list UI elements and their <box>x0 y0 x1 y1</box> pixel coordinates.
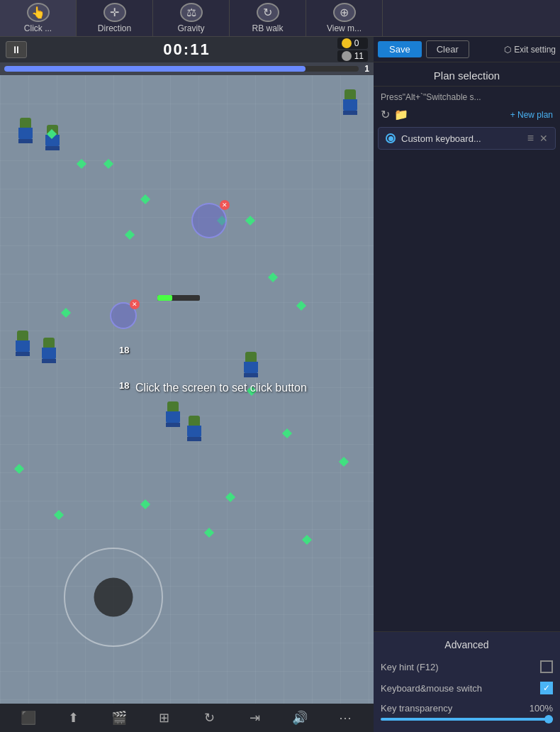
gem <box>225 492 235 502</box>
view-more-label: View m... <box>327 23 362 33</box>
ctrl-stop[interactable]: ⬛ <box>17 706 40 729</box>
fire-btn-1-close[interactable]: ✕ <box>220 200 230 210</box>
key-hint-checkbox[interactable] <box>540 660 553 673</box>
rb-walk-label: RB walk <box>252 23 283 33</box>
transparency-slider-thumb[interactable] <box>544 715 553 723</box>
ctrl-rotate[interactable]: ↻ <box>198 706 220 729</box>
right-panel: Save Clear ⬡ Exit setting Plan selection… <box>374 37 560 732</box>
battle-score-2: 18 <box>119 380 129 391</box>
advanced-title: Advanced <box>381 639 553 656</box>
gem <box>140 194 150 204</box>
toolbar-click[interactable]: 👆 Click ... <box>0 0 77 36</box>
gem <box>140 499 150 509</box>
key-hint-label: Key hint (F12) <box>381 662 439 672</box>
joystick-base[interactable] <box>64 548 163 647</box>
game-timer: 00:11 <box>163 40 210 59</box>
top-toolbar: 👆 Click ... ✛ Direction ⚖ Gravity ↻ RB w… <box>0 0 560 37</box>
transparency-label: Key transparency <box>381 703 452 714</box>
plan-radio[interactable] <box>386 133 396 143</box>
transparency-slider-track[interactable] <box>381 718 553 721</box>
ctrl-volume[interactable]: 🔊 <box>289 706 311 729</box>
game-hud: ⏸ 00:11 0 11 <box>0 37 374 62</box>
gem <box>204 528 214 538</box>
gray-icon <box>342 51 352 61</box>
score-gray: 11 <box>354 51 364 61</box>
gem <box>125 230 135 240</box>
gem <box>14 464 24 474</box>
view-more-icon: ⊕ <box>333 3 356 22</box>
save-button[interactable]: Save <box>378 41 422 57</box>
toolbar-rb-walk[interactable]: ↻ RB walk <box>230 0 306 36</box>
gem <box>245 216 255 226</box>
zombie <box>241 352 261 377</box>
progress-num: 1 <box>364 64 369 74</box>
progress-bar-area: 1 <box>0 62 374 75</box>
zombie <box>340 89 360 115</box>
folder-icon[interactable]: 📁 <box>394 108 408 121</box>
progress-fill <box>4 66 306 72</box>
toolbar-direction[interactable]: ✛ Direction <box>77 0 153 36</box>
zombie <box>16 118 35 143</box>
fire-btn-2-close[interactable]: ✕ <box>130 299 140 309</box>
fire-button-2[interactable]: ✕ <box>110 302 137 329</box>
fire-button-1[interactable]: ✕ <box>191 203 227 238</box>
refresh-icon[interactable]: ↻ <box>381 108 390 121</box>
advanced-section: Advanced Key hint (F12) Keyboard&mouse s… <box>374 631 560 732</box>
zombie <box>184 416 204 441</box>
gravity-icon: ⚖ <box>180 3 203 22</box>
battle-score-1: 18 <box>119 345 129 355</box>
kb-mouse-row: Keyboard&mouse switch ✓ <box>381 677 553 699</box>
plan-name: Custom keyboard... <box>401 133 522 144</box>
zombie <box>163 401 183 427</box>
plan-menu-icon[interactable]: ≡ <box>527 132 534 145</box>
toolbar-gravity[interactable]: ⚖ Gravity <box>153 0 230 36</box>
transparency-row: Key transparency 100% <box>381 699 553 725</box>
click-icon: 👆 <box>27 3 50 22</box>
ctrl-grid[interactable]: ⊞ <box>153 706 176 729</box>
ctrl-tab[interactable]: ⇥ <box>243 706 266 729</box>
gravity-label: Gravity <box>177 23 204 33</box>
action-row: Save Clear ⬡ Exit setting <box>374 37 560 62</box>
joystick-thumb <box>94 578 133 617</box>
ctrl-more[interactable]: ⋯ <box>334 706 357 729</box>
plan-item[interactable]: Custom keyboard... ≡ ✕ <box>378 127 556 150</box>
game-controls-bar: ⬛ ⬆ 🎬 ⊞ ↻ ⇥ 🔊 ⋯ <box>0 704 374 732</box>
gem <box>77 159 86 169</box>
direction-label: Direction <box>98 23 131 33</box>
transparency-value: 100% <box>530 703 553 714</box>
gem <box>268 272 278 282</box>
score-gray-row: 11 <box>337 50 368 62</box>
zombie <box>39 338 59 363</box>
game-grid[interactable]: Click the screen to set click button ✕ ✕ <box>0 75 374 704</box>
zombie <box>13 331 33 356</box>
key-hint-row: Key hint (F12) <box>381 656 553 677</box>
game-area[interactable]: ⏸ 00:11 0 11 1 Click the sc <box>0 37 374 732</box>
exit-setting-button[interactable]: ⬡ Exit setting <box>504 45 556 55</box>
gem <box>282 428 292 438</box>
transparency-slider-fill <box>381 718 553 721</box>
ctrl-up[interactable]: ⬆ <box>62 706 85 729</box>
kb-mouse-label: Keyboard&mouse switch <box>381 683 482 694</box>
gem <box>54 510 64 520</box>
score-gold-row: 0 <box>337 38 368 49</box>
health-bar-bg <box>157 295 200 301</box>
plan-close-icon[interactable]: ✕ <box>539 133 548 144</box>
plan-radio-inner <box>388 136 393 141</box>
new-plan-button[interactable]: + New plan <box>510 110 553 120</box>
gold-icon <box>342 38 352 48</box>
switchable-text: Press"Alt+`"Switchable s... <box>374 87 560 105</box>
rb-walk-icon: ↻ <box>257 3 279 22</box>
toolbar-view-more[interactable]: ⊕ View m... <box>306 0 383 36</box>
click-instruction: Click the screen to set click button <box>135 382 307 394</box>
transparency-label-row: Key transparency 100% <box>381 703 553 714</box>
clear-button[interactable]: Clear <box>426 40 469 58</box>
ctrl-record[interactable]: 🎬 <box>108 706 130 729</box>
exit-setting-label: Exit setting <box>514 45 556 55</box>
score-gold: 0 <box>354 38 359 48</box>
gem <box>339 457 349 467</box>
plan-selection-header: Plan selection <box>374 62 560 87</box>
gem <box>61 308 71 318</box>
pause-button[interactable]: ⏸ <box>6 41 27 58</box>
click-label: Click ... <box>24 23 52 33</box>
kb-mouse-checkbox[interactable]: ✓ <box>540 682 553 694</box>
